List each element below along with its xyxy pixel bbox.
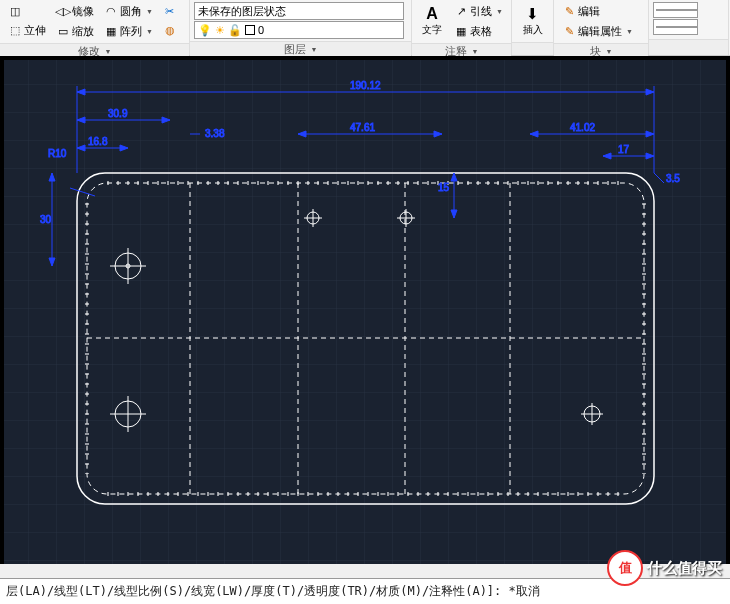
sun-icon: ☀ — [215, 24, 225, 37]
copy-button[interactable]: ◫ — [4, 2, 50, 20]
fillet-icon: ◠ — [104, 5, 118, 19]
panel-props-label — [649, 39, 728, 55]
table-label: 表格 — [470, 24, 492, 39]
holes — [110, 209, 603, 432]
svg-line-43 — [654, 173, 664, 183]
trim-icon: ✂ — [163, 4, 177, 18]
layer-state-dropdown[interactable]: 未保存的图层状态 — [194, 2, 404, 20]
insert-button[interactable]: ⬇ 插入 — [516, 2, 549, 40]
insert-icon: ⬇ — [526, 5, 539, 23]
scale-icon: ▭ — [56, 25, 70, 39]
editattr-label: 编辑属性 — [578, 24, 622, 39]
command-text: 层(LA)/线型(LT)/线型比例(S)/线宽(LW)/厚度(T)/透明度(TR… — [6, 584, 540, 598]
panel-modify: ◫ ⬚立伸 ◁▷镜像 ▭缩放 ◠圆角▼ ▦阵列▼ ✂ ◍ 修改▼ — [0, 0, 190, 55]
svg-text:30.9: 30.9 — [108, 108, 128, 119]
cad-canvas[interactable]: 190.12 30.9 16.8 3.38 47.61 41.02 17 3.5… — [0, 56, 730, 564]
mirror-button[interactable]: ◁▷镜像 — [52, 2, 98, 21]
ribbon-toolbar: ◫ ⬚立伸 ◁▷镜像 ▭缩放 ◠圆角▼ ▦阵列▼ ✂ ◍ 修改▼ 未保存的图层状… — [0, 0, 730, 56]
text-button[interactable]: A 文字 — [416, 2, 448, 40]
scale-button[interactable]: ▭缩放 — [52, 22, 98, 41]
modify-extra2[interactable]: ◍ — [159, 21, 181, 39]
insert-label: 插入 — [523, 23, 543, 37]
lineweight-dropdown[interactable] — [653, 19, 698, 35]
linetype-dropdown[interactable] — [653, 2, 698, 18]
svg-text:3.5: 3.5 — [666, 173, 680, 184]
svg-text:47.61: 47.61 — [350, 122, 375, 133]
drawing: 190.12 30.9 16.8 3.38 47.61 41.02 17 3.5… — [0, 56, 730, 564]
stretch-button[interactable]: ⬚立伸 — [4, 21, 50, 40]
svg-text:R10: R10 — [48, 148, 67, 159]
leader-icon: ↗ — [454, 5, 468, 19]
modify-extra1[interactable]: ✂ — [159, 2, 181, 20]
svg-text:16.8: 16.8 — [88, 136, 108, 147]
fillet-label: 圆角 — [120, 4, 142, 19]
layer-state-value: 未保存的图层状态 — [198, 4, 286, 19]
panel-layers: 未保存的图层状态 💡 ☀ 🔓 0 图层▼ — [190, 0, 412, 55]
leader-label: 引线 — [470, 4, 492, 19]
layer-name: 0 — [258, 24, 264, 36]
array-button[interactable]: ▦阵列▼ — [100, 22, 157, 41]
text-icon: A — [426, 5, 438, 23]
lock-icon: 🔓 — [228, 24, 242, 37]
array-label: 阵列 — [120, 24, 142, 39]
svg-text:190.12: 190.12 — [350, 80, 381, 91]
svg-text:17: 17 — [618, 144, 630, 155]
table-icon: ▦ — [454, 25, 468, 39]
watermark-text: 什么值得买 — [647, 559, 722, 578]
svg-text:30: 30 — [40, 214, 52, 225]
scale-label: 缩放 — [72, 24, 94, 39]
svg-text:41.02: 41.02 — [570, 122, 595, 133]
svg-text:15: 15 — [438, 182, 450, 193]
text-label: 文字 — [422, 23, 442, 37]
edit-attr-button[interactable]: ✎编辑属性▼ — [558, 22, 637, 41]
edit-label: 编辑 — [578, 4, 600, 19]
edit-block-button[interactable]: ✎编辑 — [558, 2, 637, 21]
stretch-icon: ⬚ — [8, 24, 22, 38]
construction-lines — [87, 183, 644, 494]
panel-annotation: A 文字 ↗引线▼ ▦表格 注释▼ — [412, 0, 512, 55]
table-button[interactable]: ▦表格 — [450, 22, 507, 41]
stretch-label: 立伸 — [24, 23, 46, 38]
watermark: 值 什么值得买 — [607, 550, 722, 586]
mirror-icon: ◁▷ — [56, 5, 70, 19]
leader-button[interactable]: ↗引线▼ — [450, 2, 507, 21]
panel-block: ✎编辑 ✎编辑属性▼ 块▼ — [554, 0, 649, 55]
editattr-icon: ✎ — [562, 25, 576, 39]
mirror-label: 镜像 — [72, 4, 94, 19]
edit-icon: ✎ — [562, 5, 576, 19]
array-icon: ▦ — [104, 25, 118, 39]
panel-properties — [649, 0, 729, 55]
panel-layers-label: 图层▼ — [190, 41, 411, 57]
color-swatch — [245, 25, 255, 35]
svg-text:3.38: 3.38 — [205, 128, 225, 139]
panel-insert: ⬇ 插入 — [512, 0, 554, 55]
copy-icon: ◫ — [8, 4, 22, 18]
panel-insert-label — [512, 42, 553, 55]
watermark-badge: 值 — [607, 550, 643, 586]
lightbulb-icon: 💡 — [198, 24, 212, 37]
layer-current-dropdown[interactable]: 💡 ☀ 🔓 0 — [194, 21, 404, 39]
hatch-icon: ◍ — [163, 23, 177, 37]
fillet-button[interactable]: ◠圆角▼ — [100, 2, 157, 21]
svg-line-47 — [70, 188, 95, 196]
